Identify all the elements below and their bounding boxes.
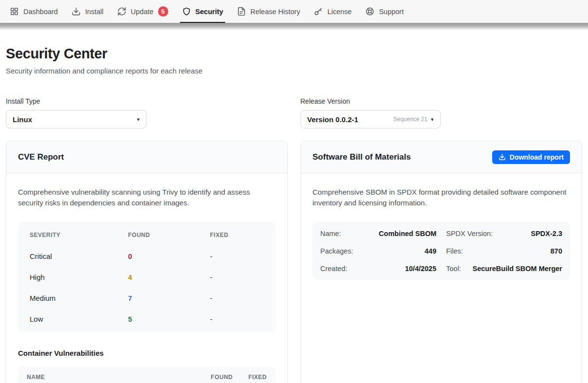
nav-label: Install [85,8,104,16]
download-report-button[interactable]: Download report [492,150,570,164]
detail-name: Name: Combined SBOM [321,225,437,242]
table-row-high: High 4 - [30,267,264,288]
filters-row: Install Type Linux ▾ Release Version Ver… [6,97,582,128]
cve-report-header: CVE Report [6,141,287,173]
col-header-fixed: FIXED [210,232,264,238]
nav-item-support[interactable]: Support [358,0,410,23]
life-buoy-icon [365,7,374,16]
download-icon [499,153,506,161]
table-row-critical: Critical 0 - [30,246,264,267]
table-row-low: Low 5 - [30,309,264,329]
nav-label: Dashboard [23,8,58,16]
severity-table-header: SEVERITY FOUND FIXED [30,225,264,246]
dashboard-icon [10,7,19,16]
cve-report-description: Comprehensive vulnerability scanning usi… [18,187,276,208]
install-type-filter: Install Type Linux ▾ [6,97,288,128]
container-vulnerabilities-table-header: NAME FOUND FIXED [18,367,276,383]
nav-item-dashboard[interactable]: Dashboard [3,0,65,23]
chevron-down-icon: ▾ [431,116,434,123]
page-subtitle: Security information and compliance repo… [6,67,582,75]
severity-label: Low [30,315,128,323]
page-title: Security Center [6,46,582,62]
nav-item-install[interactable]: Install [65,0,110,23]
detail-tool: Tool: SecureBuild SBOM Merger [446,260,562,277]
refresh-icon [117,7,126,16]
nav-label: Update [131,8,154,16]
fixed-count: - [210,315,264,323]
col-header-severity: SEVERITY [30,232,128,238]
detail-packages: Packages: 449 [321,242,437,260]
found-count: 5 [128,315,210,323]
found-count: 7 [128,294,210,302]
detail-created: Created: 10/4/2025 [321,260,437,277]
shield-icon [182,7,191,16]
severity-label: High [30,273,128,281]
detail-label: Created: [321,265,348,273]
release-sequence-label: Sequence 21 [393,116,428,123]
container-vulnerabilities-title: Container Vulnerabilities [18,349,276,357]
release-version-value: Version 0.0.2-1 [307,115,358,124]
release-version-filter: Release Version Version 0.0.2-1 Sequence… [301,97,583,128]
cve-report-title: CVE Report [18,152,64,162]
nav-label: Support [379,8,404,16]
nav-item-license[interactable]: License [307,0,358,23]
cve-report-body: Comprehensive vulnerability scanning usi… [6,173,287,383]
document-icon [237,7,246,16]
fixed-count: - [210,294,264,302]
detail-files: Files: 870 [446,242,562,260]
sbom-header: Software Bill of Materials Download repo… [301,141,582,173]
sbom-body: Comprehensive SBOM in SPDX format provid… [301,173,582,294]
nav-item-update[interactable]: Update 5 [110,0,175,23]
nav-label: Release History [250,8,300,16]
severity-label: Critical [30,252,128,260]
cards-grid: CVE Report Comprehensive vulnerability s… [6,141,582,383]
cve-report-card: CVE Report Comprehensive vulnerability s… [6,141,288,383]
detail-value: 870 [551,247,562,255]
found-count: 0 [128,252,210,260]
release-version-select[interactable]: Version 0.0.2-1 Sequence 21 ▾ [301,110,441,128]
chevron-down-icon: ▾ [137,116,140,123]
detail-label: Packages: [321,247,354,255]
nav-shadow-divider [0,23,588,30]
detail-label: Tool: [446,265,461,273]
detail-label: Files: [446,247,463,255]
release-version-label: Release Version [301,97,583,105]
detail-label: SPDX Version: [446,230,493,237]
col-header-name: NAME [27,374,188,381]
download-icon [71,7,81,16]
nav-item-release-history[interactable]: Release History [230,0,307,23]
severity-label: Medium [30,294,128,302]
col-header-fixed: FIXED [233,374,267,381]
fixed-count: - [210,252,264,260]
detail-value: 10/4/2025 [405,265,437,273]
detail-value: SecureBuild SBOM Merger [472,265,562,273]
detail-value: Combined SBOM [379,230,436,237]
nav-label: License [327,8,352,16]
top-navigation: Dashboard Install Update 5 Security Rele… [0,0,588,23]
table-row-medium: Medium 7 - [30,288,264,309]
detail-value: 449 [425,247,436,255]
detail-value: SPDX-2.3 [531,230,562,237]
nav-item-security[interactable]: Security [175,0,230,23]
sbom-details-table: Name: Combined SBOM SPDX Version: SPDX-2… [313,222,570,280]
col-header-found: FOUND [128,232,210,238]
nav-label: Security [196,8,223,16]
detail-spdx-version: SPDX Version: SPDX-2.3 [446,225,562,242]
sbom-card: Software Bill of Materials Download repo… [301,141,583,383]
fixed-count: - [210,273,264,281]
main-content: Security Center Security information and… [0,46,588,383]
install-type-value: Linux [13,115,32,124]
sbom-description: Comprehensive SBOM in SPDX format provid… [313,187,570,208]
download-report-label: Download report [510,153,564,161]
severity-table: SEVERITY FOUND FIXED Critical 0 - High 4… [18,222,276,332]
found-count: 4 [128,273,210,281]
key-icon [314,7,323,16]
install-type-label: Install Type [6,97,288,105]
install-type-select[interactable]: Linux ▾ [6,110,146,128]
detail-label: Name: [321,230,341,237]
sbom-title: Software Bill of Materials [313,152,411,162]
update-count-badge: 5 [158,6,168,17]
col-header-found: FOUND [188,374,233,381]
